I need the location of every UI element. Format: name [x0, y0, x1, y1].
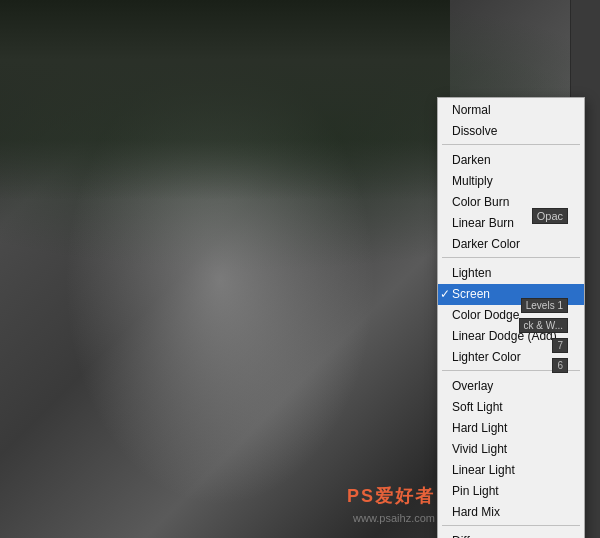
check-color-burn [438, 194, 452, 211]
check-linear-light [438, 462, 452, 479]
check-lighten [438, 265, 452, 282]
check-soft-light [438, 399, 452, 416]
num-6: 6 [552, 358, 568, 373]
divider-4 [442, 525, 580, 526]
opacity-label: Opac [532, 208, 568, 224]
check-screen: ✓ [438, 286, 452, 303]
blend-hard-light[interactable]: Hard Light [438, 418, 584, 439]
blend-difference[interactable]: Difference [438, 531, 584, 538]
blend-darken[interactable]: Darken [438, 150, 584, 171]
check-normal [438, 102, 452, 119]
blend-overlay[interactable]: Overlay [438, 376, 584, 397]
blend-soft-light[interactable]: Soft Light [438, 397, 584, 418]
blend-vivid-light[interactable]: Vivid Light [438, 439, 584, 460]
check-lighter-color [438, 349, 452, 366]
watermark-colored: PS爱好者 [347, 486, 435, 506]
check-pin-light [438, 483, 452, 500]
watermark: PS爱好者 [347, 484, 435, 508]
check-dissolve [438, 123, 452, 140]
blend-darker-color[interactable]: Darker Color [438, 234, 584, 255]
check-linear-dodge [438, 328, 452, 345]
trees-overlay [0, 0, 450, 200]
num-7: 7 [552, 338, 568, 353]
blend-normal[interactable]: Normal [438, 100, 584, 121]
check-color-dodge [438, 307, 452, 324]
blend-pin-light[interactable]: Pin Light [438, 481, 584, 502]
levels-label: Levels 1 [521, 298, 568, 313]
check-darken [438, 152, 452, 169]
blend-lighten[interactable]: Lighten [438, 263, 584, 284]
check-multiply [438, 173, 452, 190]
check-overlay [438, 378, 452, 395]
check-darker-color [438, 236, 452, 253]
check-difference [438, 533, 452, 538]
divider-2 [442, 257, 580, 258]
blend-multiply[interactable]: Multiply [438, 171, 584, 192]
bw-label: ck & W... [519, 318, 568, 333]
blend-hard-mix[interactable]: Hard Mix [438, 502, 584, 523]
divider-1 [442, 144, 580, 145]
check-vivid-light [438, 441, 452, 458]
check-hard-mix [438, 504, 452, 521]
blend-dissolve[interactable]: Dissolve [438, 121, 584, 142]
check-hard-light [438, 420, 452, 437]
check-linear-burn [438, 215, 452, 232]
watermark-url: www.psaihz.com [353, 512, 435, 524]
blend-linear-light[interactable]: Linear Light [438, 460, 584, 481]
